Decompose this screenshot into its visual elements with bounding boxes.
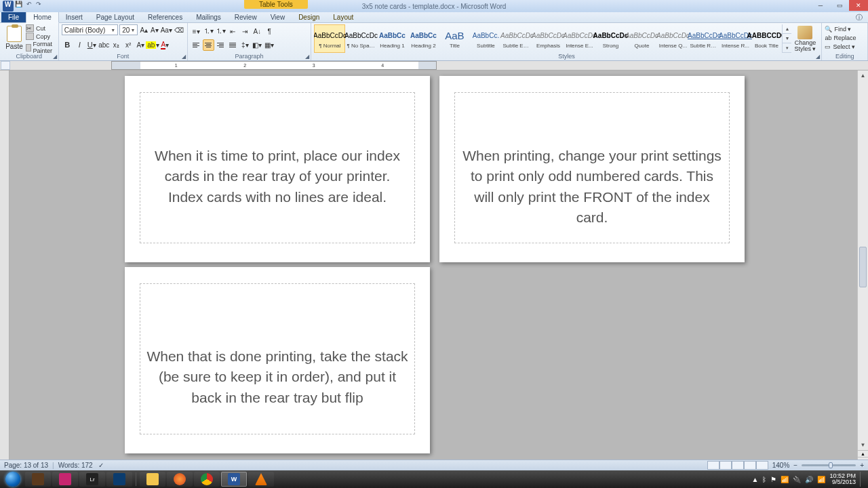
- find-button[interactable]: 🔍 Find ▾: [825, 24, 865, 33]
- qat-redo-icon[interactable]: ↷: [36, 1, 41, 7]
- paragraph-launcher-icon[interactable]: ◢: [305, 54, 309, 60]
- close-button[interactable]: ✕: [849, 0, 868, 11]
- style-item-9[interactable]: AaBbCcDcStrong: [595, 24, 626, 53]
- tab-mailings[interactable]: Mailings: [189, 12, 228, 22]
- styles-launcher-icon[interactable]: ◢: [816, 54, 820, 60]
- tab-insert[interactable]: Insert: [59, 12, 90, 22]
- zoom-out-button[interactable]: −: [793, 462, 797, 469]
- ribbon-help-icon[interactable]: ⓘ: [856, 13, 863, 22]
- font-launcher-icon[interactable]: ◢: [182, 54, 186, 60]
- style-item-13[interactable]: AaBbCcDcIntense R...: [719, 24, 751, 53]
- taskbar-explorer[interactable]: [140, 472, 165, 487]
- minimize-button[interactable]: ─: [811, 0, 830, 11]
- font-size-combo[interactable]: 20▼: [119, 24, 138, 35]
- tray-power-icon[interactable]: 🔌: [793, 476, 801, 483]
- clear-formatting-button[interactable]: ⌫: [174, 24, 184, 36]
- scroll-down-button[interactable]: ▼: [858, 440, 868, 450]
- vertical-scrollbar[interactable]: ▲ ▼ ▲○▼: [857, 70, 868, 470]
- taskbar-app-4[interactable]: [106, 472, 132, 487]
- line-spacing-button[interactable]: ‡▾: [239, 39, 251, 51]
- zoom-level[interactable]: 140%: [772, 462, 790, 469]
- text-effects-button[interactable]: A▾: [135, 39, 146, 51]
- change-styles-button[interactable]: Change Styles ▾: [791, 24, 818, 53]
- decrease-indent-button[interactable]: ⇤: [227, 26, 239, 37]
- card-2-text[interactable]: When printing, change your print setting…: [455, 146, 729, 228]
- tray-clock[interactable]: 10:52 PM 9/5/2013: [829, 473, 856, 486]
- style-item-11[interactable]: AaBbCcDcIntense Q...: [657, 24, 688, 53]
- align-left-button[interactable]: [191, 39, 202, 51]
- tab-file[interactable]: File: [1, 12, 26, 22]
- style-item-10[interactable]: AaBbCcDcQuote: [626, 24, 657, 53]
- change-case-button[interactable]: Aa▾: [161, 24, 172, 36]
- view-outline-button[interactable]: [744, 461, 756, 470]
- numbering-button[interactable]: ⒈▾: [203, 26, 214, 37]
- sort-button[interactable]: A↓: [252, 26, 263, 37]
- font-name-combo[interactable]: Calibri (Body)▼: [62, 24, 118, 35]
- bullets-button[interactable]: ≡▾: [191, 26, 202, 37]
- style-item-4[interactable]: AaBTitle: [439, 24, 470, 53]
- tray-network-icon[interactable]: 📶: [781, 476, 789, 483]
- superscript-button[interactable]: x²: [123, 39, 134, 51]
- card-3-text[interactable]: When that is done printing, take the sta…: [140, 346, 414, 408]
- tray-action-center-icon[interactable]: ⚑: [770, 476, 776, 483]
- shading-button[interactable]: ◧▾: [252, 39, 263, 51]
- taskbar-firefox[interactable]: [167, 472, 193, 487]
- taskbar-vlc[interactable]: [248, 472, 274, 487]
- style-item-1[interactable]: AaBbCcDc¶ No Spaci...: [345, 24, 376, 53]
- subscript-button[interactable]: x₂: [111, 39, 122, 51]
- tab-review[interactable]: Review: [228, 12, 264, 22]
- multilevel-button[interactable]: ⒈▾: [215, 26, 226, 37]
- tab-layout[interactable]: Layout: [326, 12, 360, 22]
- tab-home[interactable]: Home: [26, 12, 59, 23]
- style-item-14[interactable]: AABBCCDCBook Title: [751, 24, 782, 53]
- view-full-screen-button[interactable]: [719, 461, 732, 470]
- taskbar-app-3[interactable]: Lr: [79, 472, 105, 487]
- tray-volume-icon[interactable]: 🔊: [805, 476, 813, 483]
- zoom-slider[interactable]: [802, 464, 856, 466]
- select-button[interactable]: ▭ Select ▾: [825, 42, 865, 51]
- format-painter-button[interactable]: Format Painter: [26, 41, 56, 54]
- prev-page-button[interactable]: ▲: [858, 450, 868, 457]
- taskbar-app-2[interactable]: [52, 472, 78, 487]
- style-item-6[interactable]: AaBbCcDcSubtle Em...: [501, 24, 532, 53]
- style-gallery[interactable]: AaBbCcDc¶ NormalAaBbCcDc¶ No Spaci...AaB…: [314, 24, 782, 53]
- page-card-3[interactable]: When that is done printing, take the sta…: [125, 267, 430, 453]
- vertical-ruler[interactable]: [0, 70, 9, 470]
- style-item-8[interactable]: AaBbCcDcIntense E...: [564, 24, 595, 53]
- tab-design[interactable]: Design: [292, 12, 326, 22]
- start-button[interactable]: [1, 470, 24, 488]
- copy-button[interactable]: Copy: [26, 33, 56, 40]
- shrink-font-button[interactable]: A▾: [150, 24, 159, 36]
- underline-button[interactable]: U▾: [86, 39, 98, 51]
- taskbar-chrome[interactable]: [194, 472, 220, 487]
- bold-button[interactable]: B: [62, 39, 73, 51]
- grow-font-button[interactable]: A▴: [139, 24, 149, 36]
- style-item-0[interactable]: AaBbCcDc¶ Normal: [314, 24, 345, 53]
- show-marks-button[interactable]: ¶: [264, 26, 275, 37]
- justify-button[interactable]: [227, 39, 239, 51]
- paste-button[interactable]: Paste: [3, 24, 26, 52]
- style-item-12[interactable]: AaBbCcDcSubtle Ref...: [688, 24, 719, 53]
- increase-indent-button[interactable]: ⇥: [239, 26, 251, 37]
- view-web-button[interactable]: [732, 461, 744, 470]
- style-gallery-scroll[interactable]: ▲▼▾: [782, 24, 791, 53]
- tray-overflow-icon[interactable]: ▲: [752, 476, 759, 483]
- tray-signal-icon[interactable]: 📶: [817, 476, 825, 483]
- maximize-button[interactable]: ▭: [830, 0, 849, 11]
- tab-selector-button[interactable]: [1, 61, 10, 70]
- qat-undo-icon[interactable]: ↶: [26, 1, 32, 7]
- status-page[interactable]: Page: 13 of 13: [4, 462, 48, 469]
- tab-view[interactable]: View: [264, 12, 292, 22]
- replace-button[interactable]: ab Replace: [825, 33, 865, 42]
- align-right-button[interactable]: [215, 39, 226, 51]
- cut-button[interactable]: ✂Cut: [26, 24, 56, 32]
- page-card-2[interactable]: When printing, change your print setting…: [439, 76, 745, 262]
- view-draft-button[interactable]: [756, 461, 768, 470]
- view-print-layout-button[interactable]: [707, 461, 719, 470]
- style-item-5[interactable]: AaBbCc.Subtitle: [470, 24, 501, 53]
- card-1-text[interactable]: When it is time to print, place our inde…: [140, 146, 414, 207]
- show-desktop-button[interactable]: [860, 472, 864, 487]
- status-words[interactable]: Words: 172: [58, 462, 93, 469]
- spell-check-icon[interactable]: ✓: [98, 462, 104, 469]
- borders-button[interactable]: ▦▾: [264, 39, 275, 51]
